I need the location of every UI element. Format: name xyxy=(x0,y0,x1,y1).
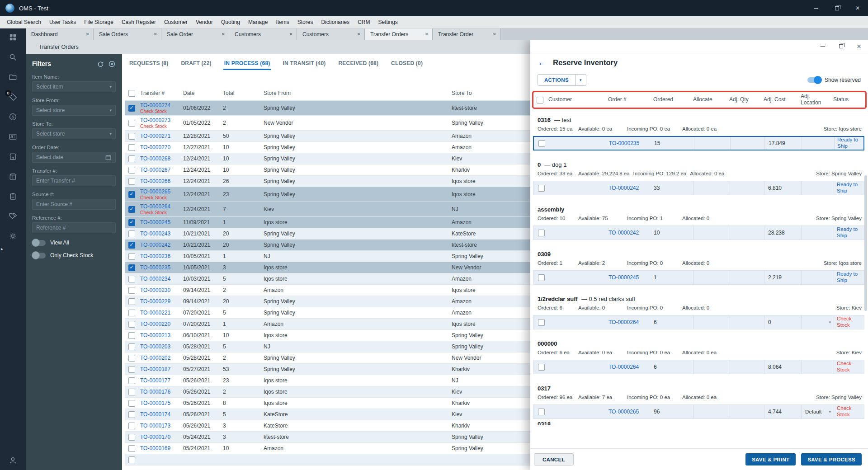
reserve-row[interactable]: TO-0000242336.810Ready to Ship xyxy=(533,181,864,195)
transfer-number-link[interactable]: TO-0000230 xyxy=(140,287,170,293)
menu-item-user-tasks[interactable]: User Tasks xyxy=(45,19,80,25)
transfer-number-link[interactable]: TO-0000266 xyxy=(140,178,170,184)
filter-transfer-input[interactable]: Enter Transfer # xyxy=(32,175,116,186)
transfer-number-link[interactable]: TO-0000203 xyxy=(140,343,170,350)
status-tab-requests-8[interactable]: REQUESTS (8) xyxy=(128,58,169,70)
transfer-number-link[interactable]: TO-0000213 xyxy=(140,332,170,338)
tab-transfer-order[interactable]: Transfer Order✕ xyxy=(433,28,500,40)
menu-item-quoting[interactable]: Quoting xyxy=(217,19,244,25)
row-checkbox[interactable] xyxy=(538,409,545,415)
row-checkbox[interactable] xyxy=(128,264,135,271)
adj-qty-cell[interactable] xyxy=(730,360,764,374)
row-checkbox[interactable] xyxy=(128,120,135,127)
adj-location-dropdown[interactable] xyxy=(801,181,834,195)
row-checkbox[interactable] xyxy=(128,434,135,441)
row-checkbox[interactable] xyxy=(128,423,135,429)
toggle-only-check-stock[interactable] xyxy=(32,253,46,258)
transfer-number-link[interactable]: TO-0000176 xyxy=(140,389,170,395)
save-print-button[interactable]: SAVE & PRINT xyxy=(745,453,796,465)
row-checkbox[interactable] xyxy=(538,140,545,147)
allocate-cell[interactable] xyxy=(693,360,730,374)
order-number-link[interactable]: TO-0000242 xyxy=(609,230,639,236)
close-tab-icon[interactable]: ✕ xyxy=(425,32,429,37)
row-checkbox[interactable] xyxy=(128,105,135,112)
row-checkbox[interactable] xyxy=(128,355,135,362)
row-checkbox[interactable] xyxy=(128,343,135,350)
restore-button[interactable] xyxy=(826,0,847,16)
row-checkbox[interactable] xyxy=(128,332,135,339)
row-checkbox[interactable] xyxy=(128,155,135,162)
menu-item-cash-register[interactable]: Cash Register xyxy=(118,19,160,25)
row-checkbox[interactable] xyxy=(128,133,135,140)
row-checkbox[interactable] xyxy=(538,230,545,236)
tab-transfer-orders[interactable]: Transfer Orders✕ xyxy=(365,28,433,40)
transfer-number-link[interactable]: TO-0000274 xyxy=(140,102,170,108)
transfer-number-link[interactable]: TO-0000236 xyxy=(140,253,170,259)
actions-button[interactable]: ACTIONS ▾ xyxy=(538,74,586,86)
tab-sale-orders[interactable]: Sale Orders✕ xyxy=(94,28,161,40)
row-checkbox[interactable] xyxy=(128,242,135,249)
row-checkbox[interactable] xyxy=(538,364,545,371)
allocate-cell[interactable] xyxy=(693,181,730,195)
transfer-number-link[interactable]: TO-0000202 xyxy=(140,355,170,361)
order-number-link[interactable]: TO-0000235 xyxy=(609,140,639,146)
close-tab-icon[interactable]: ✕ xyxy=(289,32,293,37)
order-number-link[interactable]: TO-0000265 xyxy=(609,409,639,415)
reserve-row[interactable]: TO-000026460▾Check Stock xyxy=(533,315,864,329)
row-checkbox[interactable] xyxy=(128,206,135,213)
adj-cost-cell[interactable]: 0 xyxy=(764,315,801,329)
row-checkbox[interactable] xyxy=(128,219,135,226)
status-tab-in-transit-40[interactable]: IN TRANSIT (40) xyxy=(282,58,326,70)
adj-qty-cell[interactable] xyxy=(730,315,764,329)
dollar-icon[interactable]: $ xyxy=(9,113,17,121)
transfer-number-link[interactable]: TO-0000234 xyxy=(140,276,170,282)
menu-item-manage[interactable]: Manage xyxy=(244,19,272,25)
panel-close-button[interactable]: ✕ xyxy=(850,40,868,53)
allocate-cell[interactable] xyxy=(694,137,730,150)
adj-location-dropdown[interactable] xyxy=(801,271,834,284)
transfer-number-link[interactable]: TO-0000265 xyxy=(140,188,170,195)
transfer-number-link[interactable]: TO-0000221 xyxy=(140,310,170,316)
row-checkbox[interactable] xyxy=(538,185,545,192)
allocate-cell[interactable] xyxy=(693,315,730,329)
store-icon[interactable] xyxy=(9,152,17,161)
folder-icon[interactable] xyxy=(9,73,17,81)
close-tab-icon[interactable]: ✕ xyxy=(493,32,496,37)
transfer-number-link[interactable]: TO-0000273 xyxy=(140,117,170,123)
row-checkbox[interactable] xyxy=(128,230,135,237)
row-checkbox[interactable] xyxy=(128,253,135,260)
row-checkbox[interactable] xyxy=(538,319,545,326)
row-checkbox[interactable] xyxy=(128,167,135,174)
panel-restore-button[interactable] xyxy=(832,40,850,53)
reserve-row[interactable]: TO-00002421028.238Ready to Ship xyxy=(533,226,864,240)
menu-item-customer[interactable]: Customer xyxy=(160,19,192,25)
dashboard-icon[interactable] xyxy=(9,33,17,42)
transfer-number-link[interactable]: TO-0000173 xyxy=(140,423,170,429)
tab-dashboard[interactable]: Dashboard✕ xyxy=(26,28,94,40)
allocate-cell[interactable] xyxy=(693,405,730,418)
select-all-checkbox[interactable] xyxy=(128,90,135,97)
menu-item-items[interactable]: Items xyxy=(272,19,293,25)
filter-source-input[interactable]: Enter Source # xyxy=(32,199,116,210)
close-tab-icon[interactable]: ✕ xyxy=(86,32,90,37)
filter-item-name-select[interactable]: Select item▾ xyxy=(32,81,116,92)
adj-qty-cell[interactable] xyxy=(730,137,764,150)
order-number-link[interactable]: TO-0000242 xyxy=(609,185,639,191)
user-icon[interactable] xyxy=(9,456,17,465)
transfer-number-link[interactable]: TO-0000175 xyxy=(140,400,170,406)
clipboard-icon[interactable] xyxy=(9,192,17,201)
transfer-number-link[interactable]: TO-0000187 xyxy=(140,366,170,372)
order-number-link[interactable]: TO-0000264 xyxy=(609,319,639,325)
status-tab-received-68[interactable]: RECEIVED (68) xyxy=(337,58,379,70)
adj-location-dropdown[interactable] xyxy=(802,137,834,150)
order-number-link[interactable]: TO-0000264 xyxy=(609,364,639,370)
adj-cost-cell[interactable]: 4.744 xyxy=(764,405,801,418)
box-icon[interactable] xyxy=(9,172,17,181)
transfer-number-link[interactable]: TO-0000270 xyxy=(140,144,170,150)
adj-location-dropdown[interactable]: Default▾ xyxy=(801,405,834,418)
toggle-view-all[interactable] xyxy=(32,240,46,246)
transfer-number-link[interactable]: TO-0000170 xyxy=(140,434,170,440)
row-checkbox[interactable] xyxy=(128,389,135,395)
tag-icon[interactable]: 0 xyxy=(9,93,17,101)
filter-reference-input[interactable]: Reference # xyxy=(32,222,116,233)
